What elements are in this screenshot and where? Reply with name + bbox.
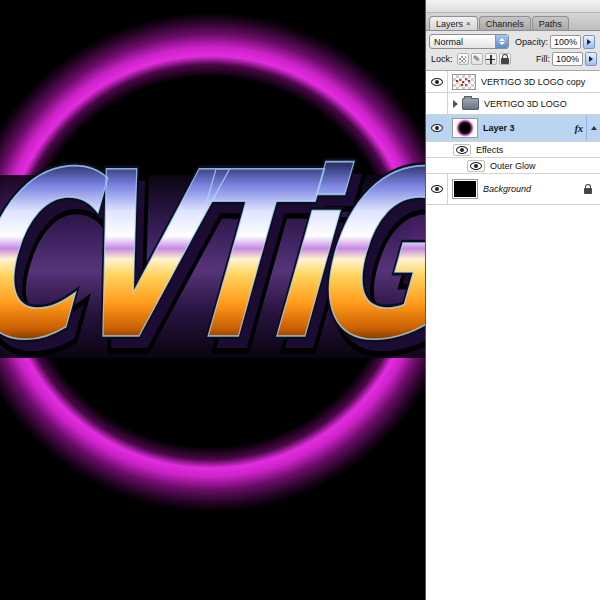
eye-icon[interactable] bbox=[431, 185, 443, 193]
tab-paths[interactable]: Paths bbox=[532, 16, 569, 30]
blend-mode-value: Normal bbox=[430, 37, 495, 47]
panel-tab-bar: Layers × Channels Paths bbox=[426, 13, 600, 31]
effects-label: Effects bbox=[476, 145, 503, 155]
layer-name: Background bbox=[483, 184, 531, 194]
tab-channels-label: Channels bbox=[486, 19, 524, 29]
layer-thumbnail[interactable] bbox=[452, 74, 476, 90]
opacity-label: Opacity: bbox=[515, 37, 548, 47]
layer-thumbnail[interactable] bbox=[452, 179, 478, 199]
opacity-input[interactable]: 100% bbox=[550, 35, 581, 49]
visibility-cell bbox=[426, 174, 448, 204]
eye-icon bbox=[456, 146, 468, 154]
right-arrow-icon bbox=[587, 39, 591, 45]
folder-icon bbox=[462, 98, 479, 110]
eye-icon bbox=[470, 162, 482, 170]
effect-row-outer-glow[interactable]: Outer Glow bbox=[426, 158, 600, 174]
photoshop-workspace: CVTiG CVTiG CVTiG Layers × Channels Path… bbox=[0, 0, 600, 600]
collapse-effects-button[interactable] bbox=[587, 126, 600, 130]
select-stepper-icon[interactable] bbox=[495, 35, 508, 48]
layer-row-layer3[interactable]: Layer 3 fx bbox=[426, 115, 600, 142]
layer-row-background[interactable]: Background bbox=[426, 174, 600, 205]
lock-icon bbox=[501, 58, 509, 64]
lock-fill-row: Lock: ✎ Fill: 100% bbox=[429, 52, 597, 66]
tab-paths-label: Paths bbox=[539, 19, 562, 29]
layer-name: VERTIGO 3D LOGO bbox=[484, 99, 567, 109]
logo-group: CVTiG CVTiG CVTiG bbox=[0, 123, 425, 402]
transparency-icon bbox=[459, 56, 466, 63]
layer-name: VERTIGO 3D LOGO copy bbox=[481, 77, 585, 87]
fill-slider-button[interactable] bbox=[585, 52, 597, 66]
eye-icon[interactable] bbox=[431, 78, 443, 86]
fx-badge[interactable]: fx bbox=[572, 123, 586, 134]
layer-row-vertigo-group[interactable]: VERTIGO 3D LOGO bbox=[426, 93, 600, 115]
lock-label: Lock: bbox=[431, 54, 453, 64]
blend-mode-select[interactable]: Normal bbox=[429, 34, 509, 49]
tab-channels[interactable]: Channels bbox=[479, 16, 531, 30]
panel-controls: Normal Opacity: 100% Lock: ✎ bbox=[426, 31, 600, 71]
canvas-artwork: CVTiG CVTiG CVTiG bbox=[0, 0, 425, 600]
effect-visibility[interactable] bbox=[467, 160, 485, 172]
lock-buttons: ✎ bbox=[457, 53, 511, 65]
fill-value: 100% bbox=[556, 54, 579, 64]
fill-label: Fill: bbox=[536, 54, 550, 64]
panel-top-edge bbox=[426, 0, 600, 13]
visibility-cell bbox=[426, 115, 448, 141]
document-canvas[interactable]: CVTiG CVTiG CVTiG bbox=[0, 0, 425, 600]
opacity-slider-button[interactable] bbox=[583, 35, 595, 49]
effect-name: Outer Glow bbox=[490, 161, 536, 171]
effects-header-row[interactable]: Effects bbox=[426, 142, 600, 158]
layer-row-vertigo-copy[interactable]: VERTIGO 3D LOGO copy bbox=[426, 71, 600, 93]
layers-list: VERTIGO 3D LOGO copy VERTIGO 3D LOGO Lay… bbox=[426, 71, 600, 205]
opacity-value: 100% bbox=[554, 37, 577, 47]
effect-visibility[interactable] bbox=[453, 144, 471, 156]
visibility-cell bbox=[426, 71, 448, 92]
collapse-triangle-icon bbox=[591, 126, 597, 130]
eye-icon[interactable] bbox=[431, 124, 443, 132]
locked-layer-icon bbox=[584, 188, 592, 194]
visibility-cell-empty[interactable] bbox=[426, 93, 448, 114]
tab-layers[interactable]: Layers × bbox=[429, 16, 478, 30]
lock-pixels-button[interactable]: ✎ bbox=[471, 53, 483, 65]
logo-highlight-text: CVTiG bbox=[0, 123, 425, 390]
blend-opacity-row: Normal Opacity: 100% bbox=[429, 34, 597, 49]
lock-position-button[interactable] bbox=[485, 53, 497, 65]
move-icon bbox=[486, 55, 495, 64]
fill-input[interactable]: 100% bbox=[552, 52, 583, 66]
layer-name: Layer 3 bbox=[483, 123, 515, 133]
tab-close-icon[interactable]: × bbox=[466, 19, 471, 28]
lock-all-button[interactable] bbox=[499, 53, 511, 65]
disclosure-triangle-icon[interactable] bbox=[453, 100, 458, 108]
lock-transparency-button[interactable] bbox=[457, 53, 469, 65]
layer-style-controls: fx bbox=[572, 115, 600, 141]
tab-layers-label: Layers bbox=[436, 19, 463, 29]
layer-thumbnail[interactable] bbox=[452, 118, 478, 138]
brush-icon: ✎ bbox=[473, 55, 481, 64]
right-arrow-icon bbox=[589, 56, 593, 62]
thumbnail-art bbox=[456, 80, 458, 82]
layers-panel: Layers × Channels Paths Normal Opacity: bbox=[425, 0, 600, 600]
